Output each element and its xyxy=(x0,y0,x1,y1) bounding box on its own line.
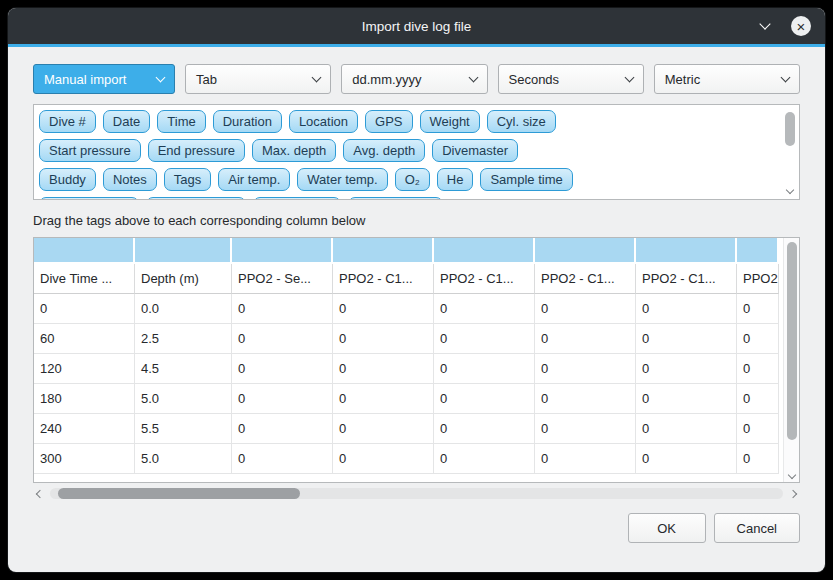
drop-target-cell[interactable] xyxy=(535,238,636,264)
table-horizontal-scrollbar[interactable] xyxy=(33,486,800,501)
table-cell: 0 xyxy=(737,324,779,354)
tag-row: Dive #DateTimeDurationLocationGPSWeightC… xyxy=(39,110,777,133)
drop-target-row xyxy=(34,238,779,264)
table-cell: 0 xyxy=(34,294,135,324)
tag-water-temp[interactable]: Water temp. xyxy=(297,168,387,191)
titlebar[interactable]: Import dive log file × xyxy=(8,8,825,44)
combo-selected-value: Manual import xyxy=(44,72,126,87)
table-cell: 5.5 xyxy=(135,414,232,444)
tag-pool: Dive #DateTimeDurationLocationGPSWeightC… xyxy=(33,104,800,200)
combo-date-format[interactable]: dd.mm.yyyy xyxy=(341,64,487,94)
scrollbar-thumb[interactable] xyxy=(787,242,797,440)
table-cell: 0 xyxy=(333,324,434,354)
tag-duration[interactable]: Duration xyxy=(213,110,282,133)
close-button[interactable]: × xyxy=(791,16,811,36)
tag-o[interactable]: O₂ xyxy=(395,168,430,191)
tag-sample-depth[interactable]: Sample depth xyxy=(39,197,139,200)
table-cell: 0 xyxy=(535,324,636,354)
table-cell: 4.5 xyxy=(135,354,232,384)
drop-target-cell[interactable] xyxy=(34,238,135,264)
table-cell: 0 xyxy=(333,444,434,474)
table-row: 1204.5000000 xyxy=(34,354,779,384)
drop-target-cell[interactable] xyxy=(737,238,779,264)
tag-location[interactable]: Location xyxy=(289,110,358,133)
table-row: 3005.0000000 xyxy=(34,444,779,474)
table-cell: 0 xyxy=(232,384,333,414)
tag-dive[interactable]: Dive # xyxy=(39,110,96,133)
table-vertical-scrollbar[interactable] xyxy=(783,238,799,482)
dialog-buttons: OK Cancel xyxy=(33,513,800,543)
ok-button[interactable]: OK xyxy=(628,513,706,543)
tag-sample-temp[interactable]: Sample temp. xyxy=(146,197,246,200)
table-cell: 0 xyxy=(737,354,779,384)
column-header: PPO2 - C1... xyxy=(636,264,737,294)
tag-end-pressure[interactable]: End pressure xyxy=(148,139,245,162)
table-cell: 0 xyxy=(636,354,737,384)
table-row: 602.5000000 xyxy=(34,324,779,354)
combo-selected-value: Seconds xyxy=(509,72,560,87)
tag-sample-cns[interactable]: Sample CNS xyxy=(348,197,443,200)
drop-target-cell[interactable] xyxy=(636,238,737,264)
tag-row: BuddyNotesTagsAir temp.Water temp.O₂HeSa… xyxy=(39,168,777,191)
table-cell: 5.0 xyxy=(135,444,232,474)
scrollbar-thumb[interactable] xyxy=(58,488,300,499)
scroll-down-icon[interactable] xyxy=(788,471,796,479)
column-header: PPO2 - C1... xyxy=(535,264,636,294)
tag-weight[interactable]: Weight xyxy=(420,110,480,133)
tag-start-pressure[interactable]: Start pressure xyxy=(39,139,141,162)
table-cell: 0 xyxy=(636,414,737,444)
scrollbar-thumb[interactable] xyxy=(785,112,795,146)
scrollbar-track[interactable] xyxy=(50,488,783,499)
tag-row: Start pressureEnd pressureMax. depthAvg.… xyxy=(39,139,777,162)
combo-units[interactable]: Metric xyxy=(654,64,800,94)
table-viewport: Dive Time ...Depth (m)PPO2 - Se...PPO2 -… xyxy=(34,238,783,482)
table-cell: 120 xyxy=(34,354,135,384)
cancel-button[interactable]: Cancel xyxy=(714,513,800,543)
header-row: Dive Time ...Depth (m)PPO2 - Se...PPO2 -… xyxy=(34,264,779,294)
table-cell: 0 xyxy=(434,324,535,354)
scroll-down-icon[interactable] xyxy=(786,186,794,194)
combo-field-separator[interactable]: Tab xyxy=(185,64,331,94)
drop-target-cell[interactable] xyxy=(135,238,232,264)
import-dialog-window: Import dive log file × Manual importTabd… xyxy=(8,8,825,572)
table-cell: 0 xyxy=(737,444,779,474)
tag-sample-po[interactable]: Sample po₂ xyxy=(253,197,340,200)
table-cell: 180 xyxy=(34,384,135,414)
table-cell: 2.5 xyxy=(135,324,232,354)
tag-time[interactable]: Time xyxy=(157,110,205,133)
tag-avg-depth[interactable]: Avg. depth xyxy=(343,139,425,162)
tag-tags[interactable]: Tags xyxy=(164,168,211,191)
table-cell: 0 xyxy=(535,414,636,444)
tag-buddy[interactable]: Buddy xyxy=(39,168,96,191)
table-cell: 0 xyxy=(333,354,434,384)
table-cell: 0 xyxy=(333,294,434,324)
combo-duration-format[interactable]: Seconds xyxy=(498,64,644,94)
combo-import-type[interactable]: Manual import xyxy=(33,64,175,94)
tag-sample-time[interactable]: Sample time xyxy=(480,168,572,191)
drop-target-cell[interactable] xyxy=(232,238,333,264)
chevron-down-icon xyxy=(781,73,791,83)
tag-gps[interactable]: GPS xyxy=(365,110,412,133)
combo-selected-value: dd.mm.yyyy xyxy=(352,72,421,87)
tag-he[interactable]: He xyxy=(437,168,474,191)
tag-rows: Dive #DateTimeDurationLocationGPSWeightC… xyxy=(39,110,777,200)
table-cell: 0 xyxy=(434,444,535,474)
shade-button[interactable] xyxy=(757,18,773,34)
tag-pool-scrollbar[interactable] xyxy=(785,108,796,196)
scroll-right-button[interactable] xyxy=(788,488,800,500)
drop-target-cell[interactable] xyxy=(434,238,535,264)
dialog-content: Manual importTabdd.mm.yyyySecondsMetric … xyxy=(8,47,825,543)
drag-instruction: Drag the tags above to each correspondin… xyxy=(33,213,800,228)
table-cell: 240 xyxy=(34,414,135,444)
tag-air-temp[interactable]: Air temp. xyxy=(218,168,290,191)
tag-max-depth[interactable]: Max. depth xyxy=(252,139,336,162)
tag-notes[interactable]: Notes xyxy=(103,168,157,191)
tag-divemaster[interactable]: Divemaster xyxy=(432,139,518,162)
scroll-left-button[interactable] xyxy=(33,488,45,500)
tag-cyl-size[interactable]: Cyl. size xyxy=(487,110,556,133)
combo-row: Manual importTabdd.mm.yyyySecondsMetric xyxy=(33,64,800,94)
table-cell: 5.0 xyxy=(135,384,232,414)
table-cell: 0 xyxy=(535,384,636,414)
tag-date[interactable]: Date xyxy=(103,110,150,133)
drop-target-cell[interactable] xyxy=(333,238,434,264)
